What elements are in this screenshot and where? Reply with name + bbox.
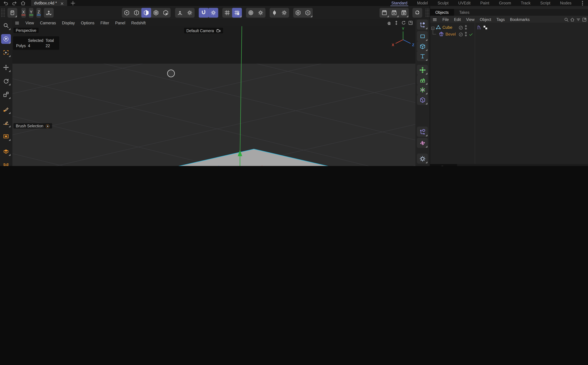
objects-menu-edit[interactable]: Edit [454,17,461,21]
home-icon[interactable] [20,0,26,6]
toolbar-grip[interactable] [425,8,430,17]
view-label-badge[interactable]: Perspective [14,28,38,33]
new-document-icon[interactable] [70,0,76,6]
tab-attributes[interactable]: Attributes [430,164,457,166]
spline-pen-tool[interactable] [1,118,11,128]
orbit-view-icon[interactable] [401,20,406,26]
undo-icon[interactable] [3,0,9,6]
objects-menu-tags[interactable]: Tags [496,17,505,21]
axis-lock-y-button[interactable]: Y [29,8,33,18]
snap-settings-button[interactable] [209,8,218,18]
document-tab[interactable]: dvdbox.c4d * [31,0,67,6]
tab-objects[interactable]: Objects [430,9,454,16]
objects-menu-view[interactable]: View [466,17,475,21]
viewport-canvas[interactable]: Y X Z Perspective Default Camera Selecte… [12,26,415,166]
layout-tab-sculpt[interactable]: Sculpt [437,1,448,5]
axis-center-button[interactable] [293,8,303,18]
objects-hamburger-icon[interactable] [432,17,437,22]
falloff-button[interactable] [246,8,256,18]
falloff-settings-button[interactable] [256,8,266,18]
viewport-menu-display[interactable]: Display [62,21,75,25]
coordinates-tool[interactable] [417,19,428,29]
interactive-render-button[interactable] [413,8,422,18]
viewport-menu-cameras[interactable]: Cameras [40,21,56,25]
edges-mode-button[interactable] [132,8,141,18]
collapse-icon[interactable] [431,26,435,29]
tree-row-cube[interactable]: Cube [430,24,588,31]
axis-modifier-button[interactable] [44,8,54,18]
viewport-hamburger-icon[interactable] [15,21,20,25]
texture-tag-icon[interactable] [483,25,488,30]
objects-menu-file[interactable]: File [443,17,449,21]
redo-icon[interactable] [12,0,17,6]
render-view-button[interactable] [380,8,389,18]
zoom-tool[interactable] [1,21,11,30]
layout-tab-model[interactable]: Model [417,1,428,5]
layout-menu-icon[interactable] [580,0,585,6]
layout-tab-track[interactable]: Track [521,1,530,5]
enabled-check-icon[interactable] [469,32,473,36]
rotate-tool[interactable] [1,76,11,86]
axis-center-settings-button[interactable]: A [303,8,313,18]
layout-tab-uvedit[interactable]: UVEdit [458,1,471,5]
bevel-tool[interactable] [1,146,11,156]
symmetry-settings-button[interactable] [280,8,289,18]
viewport-menu-view[interactable]: View [26,21,34,25]
phong-tag-icon[interactable] [477,25,481,30]
polygons-mode-button[interactable] [141,8,151,18]
edit-render-settings-button[interactable] [399,8,409,18]
scale-tool[interactable] [1,90,11,99]
symmetry-button[interactable] [270,8,280,18]
layout-tab-nodes[interactable]: Nodes [560,1,572,5]
visibility-dot-bottom[interactable] [465,28,467,30]
tab-takes[interactable]: Takes [454,9,475,16]
object-name-bevel[interactable]: Bevel [445,32,456,36]
layout-tab-standard[interactable]: Standard [391,1,407,5]
workplane-button[interactable] [175,8,185,18]
brush-selection-tool[interactable] [1,34,11,44]
visibility-dot-top[interactable] [465,25,467,27]
viewport-menu-filter[interactable]: Filter [100,21,109,25]
objects-menu-bookmarks[interactable]: Bookmarks [510,17,530,21]
filter-icon[interactable] [576,17,581,22]
move-tool[interactable] [1,63,11,72]
instance-symmetry-button[interactable] [417,138,428,148]
axis-lock-z-button[interactable]: Z [36,8,41,18]
deformer-button[interactable] [417,95,428,105]
edit-toggle-icon[interactable] [459,32,463,36]
primitive-cube-button[interactable] [417,41,428,51]
quantize-settings-button[interactable] [232,8,242,18]
objects-menu-object[interactable]: Object [480,17,491,21]
field-object-button[interactable] [417,65,428,75]
points-mode-button[interactable] [122,8,132,18]
camera-badge[interactable]: Default Camera [184,28,223,33]
spline-primitive-button[interactable] [417,31,428,41]
workplane-settings-button[interactable] [185,8,195,18]
search-icon[interactable] [564,17,569,22]
layout-tab-paint[interactable]: Paint [480,1,489,5]
visibility-dot-top[interactable] [465,32,467,34]
pan-view-icon[interactable] [386,20,392,26]
tree-row-bevel[interactable]: Bevel [430,31,588,37]
rectangle-selection-tool[interactable] [1,48,11,57]
field-force-button[interactable] [417,127,428,137]
render-picture-viewer-button[interactable] [389,8,399,18]
snap-button[interactable] [199,8,209,18]
visibility-dot-bottom[interactable] [465,34,467,36]
texture-mode-button[interactable] [161,8,171,18]
axis-lock-x-button[interactable]: X [21,8,26,18]
edit-toggle-icon[interactable] [459,25,463,29]
frame-tool[interactable] [1,131,11,141]
quantize-button[interactable] [223,8,232,18]
simulation-button[interactable] [417,84,428,95]
home-path-icon[interactable] [570,17,575,22]
modeling-settings-button[interactable] [7,8,17,18]
undock-icon[interactable] [582,17,587,22]
polygon-pen-tool[interactable] [1,105,11,114]
viewport-menu-options[interactable]: Options [81,21,94,25]
layout-tab-script[interactable]: Script [540,1,550,5]
layout-tab-groom[interactable]: Groom [499,1,511,5]
cloner-button[interactable] [417,75,428,85]
motext-button[interactable] [417,51,428,61]
object-name-cube[interactable]: Cube [443,25,452,29]
